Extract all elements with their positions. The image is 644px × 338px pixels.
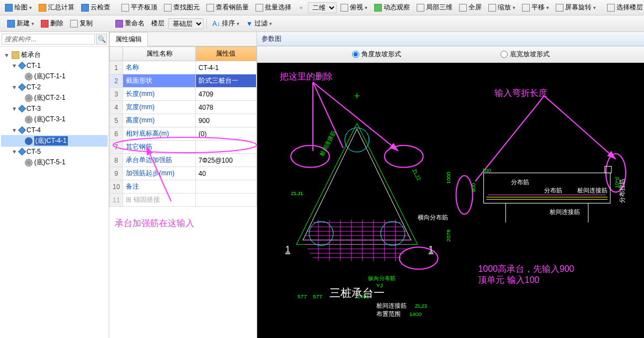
property-row[interactable]: 9加强筋起步(mm)40 <box>110 167 257 180</box>
align-top-button[interactable]: 平齐板顶 <box>119 2 160 13</box>
draw-icon <box>5 4 13 12</box>
property-row[interactable]: 2截面形状阶式三桩台一 <box>110 74 257 88</box>
local-3d-button[interactable]: 局部三维 <box>414 2 455 13</box>
svg-text:ZLJ2: ZLJ2 <box>411 168 422 181</box>
new-button[interactable]: 新建▾ <box>4 18 37 29</box>
folder-icon <box>12 51 19 59</box>
param-title: 参数图 <box>257 32 644 46</box>
property-row[interactable]: 3长度(mm)4709 <box>110 88 257 101</box>
pan-button[interactable]: 平移▾ <box>519 2 552 13</box>
iso-view-button[interactable]: 俯视▾ <box>338 2 370 13</box>
diagram-viewport[interactable]: 把这里的删除 输入弯折长度 1000高承台，先输入900 顶单元 输入100 <box>257 63 644 338</box>
tab-property-edit[interactable]: 属性编辑 <box>109 32 148 46</box>
tree-group[interactable]: ▾CT-2 <box>1 82 108 92</box>
annot-bend: 输入弯折长度 <box>494 88 547 98</box>
diamond-icon <box>18 105 26 112</box>
property-panel: 属性编辑 属性名称 属性值 1名称CT-4-12截面形状阶式三桩台一3长度(mm… <box>109 32 257 338</box>
view-mode-select[interactable]: 二维 <box>308 2 337 13</box>
gear-icon <box>25 137 33 145</box>
align-icon <box>121 4 129 12</box>
svg-text:100: 100 <box>482 167 491 173</box>
col-name: 属性名称 <box>123 47 195 61</box>
tree-group[interactable]: ▾CT-5 <box>1 147 108 157</box>
tree-group[interactable]: ▾CT-1 <box>1 61 108 71</box>
svg-text:ZLJ3: ZLJ3 <box>415 303 428 309</box>
diamond-icon <box>18 126 26 134</box>
rename-button[interactable]: 重命名 <box>113 18 147 29</box>
tree-group[interactable]: ▾CT-4 <box>1 125 108 135</box>
tree-root[interactable]: ▾ 桩承台 <box>1 49 108 61</box>
select-floor-button[interactable]: 选择楼层 <box>604 2 644 13</box>
property-row[interactable]: 1名称CT-4-1 <box>110 61 257 74</box>
annotation-left: 承台加强筋在这输入 <box>109 207 257 240</box>
search-input[interactable] <box>2 34 95 45</box>
diamond-icon <box>18 148 26 155</box>
col-value: 属性值 <box>195 47 256 61</box>
tree-group[interactable]: ▾CT-3 <box>1 104 108 114</box>
pan-icon <box>522 4 530 12</box>
screen-rotate-button[interactable]: 屏幕旋转▾ <box>553 2 599 13</box>
svg-text:577: 577 <box>313 293 322 299</box>
copy-button[interactable]: 复制 <box>67 18 95 29</box>
floor-icon <box>607 4 615 12</box>
gear-icon <box>25 159 33 167</box>
property-row[interactable]: 10备注 <box>110 180 257 194</box>
search-button[interactable]: 🔍 <box>96 34 107 45</box>
radio-width-slope[interactable]: 底宽放坡形式 <box>501 50 550 59</box>
zoom-icon <box>488 4 496 12</box>
cloud-check-button[interactable]: 云检查 <box>78 2 113 13</box>
copy-icon <box>70 20 78 28</box>
iso-icon <box>340 4 348 12</box>
rotate-icon <box>556 4 563 12</box>
tree-item[interactable]: (底)CT-5-1 <box>1 157 108 168</box>
tree-item[interactable]: (底)CT-3-1 <box>1 114 108 125</box>
svg-text:桩间连接筋: 桩间连接筋 <box>376 302 407 309</box>
tree-root-label: 桩承台 <box>21 50 41 60</box>
primary-toolbar: 绘图▾ 汇总计算 云检查 平齐板顶 查找图元 查看钢筋量 批量选择 » 二维 俯… <box>0 0 644 15</box>
svg-text:1400: 1400 <box>409 311 422 317</box>
dyn-observe-button[interactable]: 动态观察 <box>371 2 413 13</box>
gear-icon <box>25 94 33 102</box>
svg-text:桩间连接筋: 桩间连接筋 <box>549 208 580 215</box>
tree-item[interactable]: (底)CT-1-1 <box>1 71 108 82</box>
cube-icon <box>417 4 424 12</box>
delete-button[interactable]: 删除 <box>38 18 66 29</box>
find-icon <box>164 4 172 12</box>
tree-item[interactable]: (底)CT-4-1 <box>1 135 108 147</box>
cloud-icon <box>81 4 89 12</box>
svg-point-6 <box>309 221 333 245</box>
property-row[interactable]: 7其它钢筋 <box>110 141 257 154</box>
svg-text:分布筋: 分布筋 <box>511 179 529 185</box>
filter-button[interactable]: ▼过滤▾ <box>243 18 275 29</box>
svg-text:分布筋: 分布筋 <box>544 187 562 194</box>
zoom-button[interactable]: 缩放▾ <box>486 2 518 13</box>
svg-point-1 <box>385 146 423 168</box>
fullscreen-icon <box>459 4 467 12</box>
view-rebar-button[interactable]: 查看钢筋量 <box>204 2 252 13</box>
fullscreen-button[interactable]: 全屏 <box>456 2 485 13</box>
find-elem-button[interactable]: 查找图元 <box>161 2 203 13</box>
radio-angle-slope[interactable]: 角度放坡形式 <box>352 50 401 59</box>
sum-calc-button[interactable]: 汇总计算 <box>36 2 77 13</box>
chevron-down-icon[interactable]: » <box>300 5 302 10</box>
tree-item[interactable]: (底)CT-2-1 <box>1 92 108 104</box>
rebar-icon <box>206 4 214 12</box>
svg-text:2078: 2078 <box>446 229 452 242</box>
svg-text:1000: 1000 <box>446 171 452 184</box>
svg-text:分布捏筋: 分布捏筋 <box>619 179 625 203</box>
annot-height: 1000高承台，先输入900 <box>478 264 574 273</box>
diagram-caption: 三桩承台一 <box>329 287 385 299</box>
floor-select[interactable]: 基础层 <box>168 18 204 29</box>
annot-delete: 把这里的删除 <box>280 72 333 81</box>
draw-button[interactable]: 绘图▾ <box>2 2 35 13</box>
property-row[interactable]: 6相对底标高(m)(0) <box>110 127 257 141</box>
component-tree[interactable]: ▾ 桩承台 ▾CT-1(底)CT-1-1▾CT-2(底)CT-2-1▾CT-3(… <box>0 47 109 170</box>
batch-select-button[interactable]: 批量选择 <box>253 2 294 13</box>
svg-text:纵向分布筋: 纵向分布筋 <box>368 275 396 281</box>
sort-button[interactable]: A↓排序▾ <box>210 18 242 29</box>
property-row[interactable]: 8承台单边加强筋7Φ25@100 <box>110 154 257 167</box>
property-row[interactable]: 4宽度(mm)4078 <box>110 101 257 114</box>
property-row[interactable]: 11⊞ 锚固搭接 <box>110 194 257 207</box>
svg-text:1: 1 <box>285 245 290 254</box>
property-row[interactable]: 5高度(mm)900 <box>110 114 257 127</box>
